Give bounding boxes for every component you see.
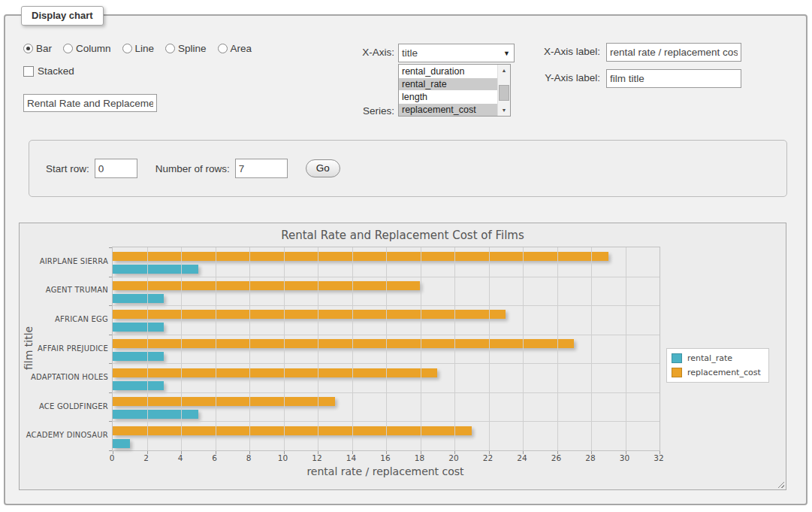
bar-rental_rate — [113, 352, 164, 361]
radio-label: Spline — [178, 43, 207, 54]
x-axis-label-caption: X-Axis label: — [486, 46, 600, 57]
x-tick-label: 2 — [143, 453, 149, 462]
y-tick-label: ACADEMY DINOSAUR — [38, 420, 108, 450]
radio-icon[interactable] — [218, 44, 228, 53]
chart-type-option-bar[interactable]: Bar — [23, 43, 52, 54]
legend-entry-replacement_cost: replacement_cost — [672, 368, 761, 377]
y-axis-label-input[interactable] — [606, 69, 741, 88]
x-tick-label: 30 — [620, 453, 629, 462]
y-tick-label: AGENT TRUMAN — [38, 276, 108, 305]
row-range-box: Start row: Number of rows: Go — [29, 140, 787, 197]
radio-label: Area — [231, 43, 252, 54]
number-of-rows-input[interactable] — [235, 159, 288, 178]
bar-rental_rate — [113, 410, 198, 419]
series-option-rental_rate[interactable]: rental_rate — [399, 78, 498, 90]
series-option-rental_duration[interactable]: rental_duration — [399, 65, 498, 77]
legend-entries: rental_ratereplacement_cost — [672, 353, 761, 377]
number-of-rows-label: Number of rows: — [155, 163, 230, 174]
gridline-horizontal — [113, 421, 660, 422]
y-tick-mark — [109, 363, 112, 364]
display-chart-tab: Display chart — [21, 6, 104, 26]
y-tick-label: AIRPLANE SIERRA — [38, 247, 108, 276]
gridline-vertical — [318, 247, 318, 450]
bar-rental_rate — [113, 265, 198, 274]
y-axis-label-caption: Y-Axis label: — [486, 72, 600, 83]
gridline-horizontal — [113, 335, 660, 335]
chart-type-option-line[interactable]: Line — [122, 43, 155, 54]
bar-replacement_cost — [113, 339, 574, 348]
gridline-vertical — [147, 247, 148, 450]
x-tick-label: 28 — [585, 453, 595, 462]
gridline-vertical — [626, 247, 626, 450]
gridline-vertical — [523, 247, 524, 450]
radio-label: Column — [76, 43, 111, 54]
gridline-vertical — [557, 247, 558, 450]
gridline-horizontal — [113, 305, 660, 306]
x-tick-label: 24 — [517, 453, 527, 462]
x-axis-selected-value: title — [402, 47, 418, 59]
x-axis-title: rental rate / replacement cost — [112, 465, 659, 477]
x-axis-select-label: X-Axis: — [322, 47, 394, 58]
gridline-vertical — [421, 247, 421, 450]
chart-container: Rental Rate and Replacement Cost of Film… — [19, 223, 786, 490]
radio-label: Bar — [36, 43, 52, 54]
display-chart-panel: BarColumnLineSplineArea Stacked X-Axis: … — [4, 14, 807, 505]
y-tick-label: ADAPTATION HOLES — [38, 362, 108, 392]
y-tick-mark — [109, 277, 112, 277]
start-row-label: Start row: — [46, 163, 89, 174]
legend-swatch — [672, 368, 682, 377]
x-tick-label: 16 — [380, 453, 390, 462]
y-tick-labels: AIRPLANE SIERRAAGENT TRUMANAFRICAN EGGAF… — [38, 247, 108, 450]
stacked-checkbox[interactable] — [23, 66, 34, 77]
legend-swatch — [672, 353, 682, 363]
chart-type-option-area[interactable]: Area — [218, 43, 252, 54]
go-button[interactable]: Go — [306, 159, 340, 177]
x-tick-label: 8 — [246, 453, 252, 462]
radio-icon[interactable] — [63, 44, 73, 53]
y-tick-mark — [109, 335, 112, 335]
gridline-vertical — [489, 247, 490, 450]
x-tick-label: 20 — [448, 453, 458, 462]
gridline-vertical — [454, 247, 455, 450]
gridline-vertical — [386, 247, 387, 450]
bar-replacement_cost — [113, 397, 335, 406]
gridline-vertical — [284, 247, 285, 450]
stacked-label: Stacked — [38, 65, 74, 77]
scrollbar-thumb[interactable] — [499, 85, 509, 101]
bar-replacement_cost — [113, 281, 420, 290]
x-tick-label: 0 — [110, 453, 115, 462]
chart-type-option-column[interactable]: Column — [63, 43, 111, 54]
radio-label: Line — [135, 43, 155, 54]
resize-grip-icon[interactable] — [776, 480, 784, 488]
radio-icon[interactable] — [122, 44, 132, 53]
start-row-input[interactable] — [95, 159, 137, 178]
y-tick-label: AFRICAN EGG — [38, 304, 108, 334]
bar-rental_rate — [113, 439, 130, 448]
x-tick-label: 10 — [278, 453, 288, 462]
series-option-length[interactable]: length — [399, 91, 498, 103]
gridline-horizontal — [113, 277, 660, 277]
x-tick-label: 32 — [654, 453, 663, 462]
x-axis-label-input[interactable] — [606, 43, 741, 62]
scroll-down-icon[interactable]: ▼ — [498, 105, 510, 116]
chart-type-option-spline[interactable]: Spline — [165, 43, 207, 54]
bar-rental_rate — [113, 323, 164, 332]
legend-label: rental_rate — [687, 353, 732, 363]
stacked-checkbox-row[interactable]: Stacked — [23, 65, 74, 77]
bar-replacement_cost — [113, 368, 437, 377]
y-tick-mark — [109, 247, 112, 248]
radio-icon[interactable] — [165, 44, 175, 53]
x-tick-label: 14 — [346, 453, 356, 462]
y-tick-mark — [109, 305, 112, 306]
legend-label: replacement_cost — [687, 368, 761, 377]
chart-title-input[interactable] — [23, 94, 157, 112]
gridline-vertical — [352, 247, 353, 450]
series-option-replacement_cost[interactable]: replacement_cost — [399, 104, 498, 116]
gridline-horizontal — [113, 392, 660, 393]
y-axis-title: film title — [23, 247, 36, 450]
gridline-vertical — [249, 247, 250, 450]
series-options: rental_durationrental_ratelengthreplacem… — [399, 65, 498, 116]
x-tick-label: 4 — [178, 453, 183, 462]
bar-replacement_cost — [113, 252, 608, 261]
radio-icon[interactable] — [23, 44, 33, 53]
